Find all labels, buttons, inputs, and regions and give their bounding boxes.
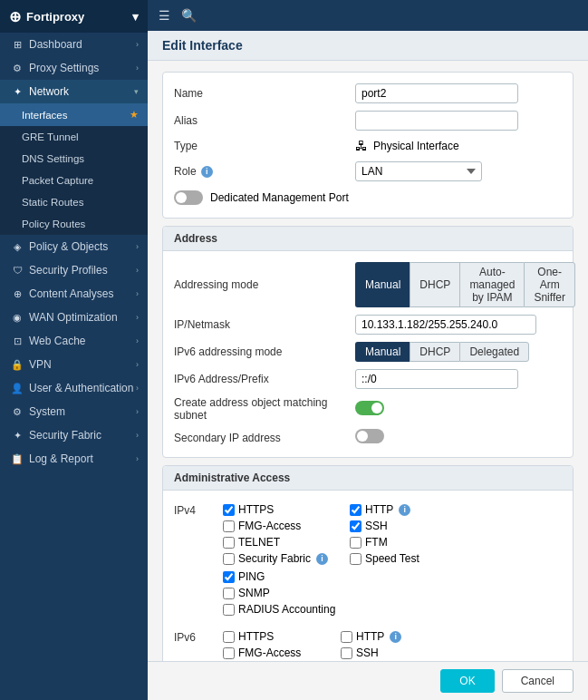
sidebar-item-network[interactable]: ✦ Network ▾ — [0, 80, 148, 103]
ip-netmask-input[interactable] — [355, 315, 536, 335]
ipv4-checkboxes: HTTPS FMG-Access TELNET — [219, 501, 562, 617]
sfc-v4-checkbox[interactable] — [223, 553, 235, 565]
cb-radius-v4: RADIUS Accounting — [219, 601, 339, 617]
https-v6-checkbox[interactable] — [223, 631, 235, 643]
sidebar-item-proxy-settings[interactable]: ⚙ Proxy Settings › — [0, 56, 148, 80]
sidebar-item-gre-tunnel[interactable]: GRE Tunnel — [0, 126, 148, 148]
sidebar-item-security-fabric[interactable]: ✦ Security Fabric › — [0, 423, 148, 447]
topbar: ☰ 🔍 — [148, 0, 588, 31]
sidebar-label-dns-settings: DNS Settings — [22, 153, 84, 164]
http-v4-checkbox[interactable] — [350, 504, 361, 516]
cb-speed-v4: Speed Test — [346, 550, 464, 567]
content-analyses-chevron-icon: › — [136, 289, 139, 298]
radius-v4-checkbox[interactable] — [223, 604, 235, 616]
ip-netmask-row: IP/Netmask — [174, 311, 562, 338]
sidebar-item-vpn[interactable]: 🔒 VPN › — [0, 353, 148, 376]
dashboard-icon: ⊞ — [11, 38, 24, 51]
sidebar-item-packet-capture[interactable]: Packet Capture — [0, 170, 148, 191]
alias-input[interactable] — [355, 111, 518, 131]
ping-v4-label: PING — [238, 570, 265, 583]
cb-https-v6: HTTPS — [219, 628, 337, 645]
app-header: ⊕ Fortiproxy ▾ — [0, 0, 148, 33]
fmg-v6-checkbox[interactable] — [223, 647, 235, 659]
cb-sfc-v4: Security Fabric i — [219, 550, 346, 567]
sidebar-item-system[interactable]: ⚙ System › — [0, 400, 148, 423]
cb-ping-v4: PING — [219, 569, 339, 585]
menu-icon[interactable]: ☰ — [159, 8, 170, 23]
snmp-v4-checkbox[interactable] — [223, 588, 235, 599]
app-logo-icon: ⊕ — [9, 8, 21, 25]
fmg-v4-checkbox[interactable] — [223, 520, 235, 532]
ssh-v4-checkbox[interactable] — [350, 520, 361, 532]
secondary-ip-toggle[interactable] — [355, 429, 384, 443]
log-report-icon: 📋 — [11, 452, 24, 465]
security-profiles-chevron-icon: › — [136, 266, 139, 275]
mode-sniffer-btn[interactable]: One-Arm Sniffer — [524, 262, 574, 307]
create-address-row: Create address object matching subnet — [174, 393, 562, 425]
search-icon[interactable]: 🔍 — [181, 8, 197, 23]
proxy-settings-icon: ⚙ — [11, 62, 24, 74]
sidebar-item-policy-routes[interactable]: Policy Routes — [0, 213, 148, 235]
https-v6-label: HTTPS — [238, 630, 274, 643]
sidebar-item-wan-optimization[interactable]: ◉ WAN Optimization › — [0, 306, 148, 329]
create-address-label: Create address object matching subnet — [174, 396, 355, 422]
dashboard-chevron-icon: › — [136, 40, 139, 49]
sidebar-item-dns-settings[interactable]: DNS Settings — [0, 148, 148, 170]
create-address-toggle[interactable] — [355, 401, 384, 415]
sidebar-item-user-auth[interactable]: 👤 User & Authentication › — [0, 376, 148, 400]
ipv6-dhcp-btn[interactable]: DHCP — [410, 342, 459, 362]
mode-manual-btn[interactable]: Manual — [355, 262, 410, 307]
sidebar-item-web-cache[interactable]: ⊡ Web Cache › — [0, 329, 148, 353]
telnet-v4-checkbox[interactable] — [223, 537, 235, 549]
cancel-button[interactable]: Cancel — [502, 669, 574, 693]
secondary-ip-label: Secondary IP address — [174, 432, 355, 444]
physical-interface-icon: 🖧 — [355, 139, 368, 153]
sidebar-label-proxy-settings: Proxy Settings — [29, 62, 99, 74]
ftm-v4-label: FTM — [365, 536, 388, 549]
admin-access-header: Administrative Access — [163, 466, 573, 491]
addressing-mode-label: Addressing mode — [174, 278, 355, 291]
policy-objects-icon: ◈ — [11, 240, 24, 253]
cb-telnet-v4: TELNET — [219, 534, 346, 550]
mode-dhcp-btn[interactable]: DHCP — [410, 262, 459, 307]
ok-button[interactable]: OK — [440, 669, 494, 693]
role-select[interactable]: LAN WAN DMZ — [355, 161, 482, 181]
interfaces-star-icon: ★ — [130, 109, 139, 121]
ftm-v4-checkbox[interactable] — [350, 537, 361, 549]
https-v4-checkbox[interactable] — [223, 504, 235, 516]
address-section: Address Addressing mode Manual DHCP Auto… — [162, 226, 574, 458]
http-v6-label: HTTP — [356, 630, 384, 643]
dedicated-mgmt-toggle[interactable] — [174, 190, 203, 205]
http-v4-info-icon[interactable]: i — [399, 504, 410, 516]
role-label: Role i — [174, 165, 355, 178]
sidebar-item-static-routes[interactable]: Static Routes — [0, 191, 148, 213]
ip-netmask-label: IP/Netmask — [174, 318, 355, 331]
sidebar-item-content-analyses[interactable]: ⊕ Content Analyses › — [0, 282, 148, 306]
sidebar-item-interfaces[interactable]: Interfaces ★ — [0, 103, 148, 126]
ssh-v6-checkbox[interactable] — [341, 647, 352, 659]
sidebar-item-log-report[interactable]: 📋 Log & Report › — [0, 447, 148, 471]
speed-v4-checkbox[interactable] — [350, 553, 361, 565]
ipv6-delegated-btn[interactable]: Delegated — [459, 342, 529, 362]
http-v6-checkbox[interactable] — [341, 631, 352, 643]
sidebar-item-policy-objects[interactable]: ◈ Policy & Objects › — [0, 235, 148, 258]
ipv6-addr-input[interactable] — [355, 369, 518, 389]
header-chevron-icon[interactable]: ▾ — [132, 10, 139, 24]
address-section-header: Address — [163, 227, 573, 251]
secondary-ip-row: Secondary IP address — [174, 425, 562, 450]
role-info-icon[interactable]: i — [201, 166, 213, 178]
mode-ipam-btn[interactable]: Auto-managed by IPAM — [459, 262, 524, 307]
name-input[interactable] — [355, 83, 518, 103]
ipv4-access-row: IPv4 HTTPS FMG-Access — [174, 498, 562, 621]
sidebar-item-dashboard[interactable]: ⊞ Dashboard › — [0, 33, 148, 56]
sidebar-item-security-profiles[interactable]: 🛡 Security Profiles › — [0, 258, 148, 282]
ipv6-manual-btn[interactable]: Manual — [355, 342, 410, 362]
ipv6-access-row: IPv6 HTTPS FMG-Access — [174, 625, 562, 661]
cb-ssh-v4: SSH — [346, 518, 464, 534]
http-v6-info-icon[interactable]: i — [390, 631, 401, 643]
app-title: Fortiproxy — [26, 10, 84, 24]
sfc-v4-info-icon[interactable]: i — [316, 553, 328, 565]
ping-v4-checkbox[interactable] — [223, 571, 235, 583]
type-label: Type — [174, 140, 355, 152]
speed-v4-label: Speed Test — [365, 552, 419, 565]
